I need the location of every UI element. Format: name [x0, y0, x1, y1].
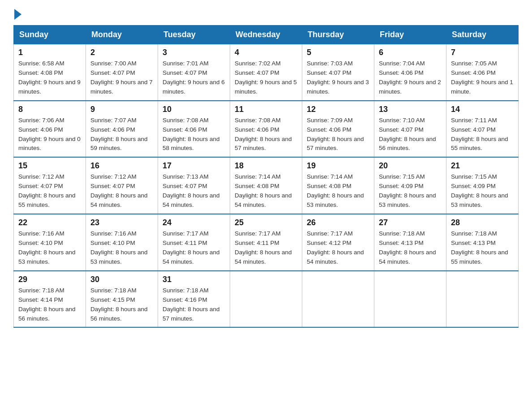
weekday-header-tuesday: Tuesday — [158, 26, 230, 44]
day-number: 4 — [235, 48, 297, 57]
calendar-cell: 23 Sunrise: 7:16 AMSunset: 4:10 PMDaylig… — [86, 214, 158, 271]
calendar-cell: 17 Sunrise: 7:13 AMSunset: 4:07 PMDaylig… — [158, 157, 230, 214]
day-number: 21 — [451, 161, 514, 171]
calendar-cell: 22 Sunrise: 7:16 AMSunset: 4:10 PMDaylig… — [14, 214, 86, 271]
day-info: Sunrise: 7:12 AMSunset: 4:07 PMDaylight:… — [90, 173, 148, 208]
day-info: Sunrise: 7:14 AMSunset: 4:08 PMDaylight:… — [307, 173, 364, 208]
day-info: Sunrise: 6:58 AMSunset: 4:08 PMDaylight:… — [18, 60, 81, 95]
day-number: 10 — [163, 105, 225, 114]
day-info: Sunrise: 7:08 AMSunset: 4:06 PMDaylight:… — [235, 117, 292, 152]
day-number: 30 — [90, 275, 153, 284]
weekday-header-sunday: Sunday — [14, 26, 86, 44]
calendar-cell: 12 Sunrise: 7:09 AMSunset: 4:06 PMDaylig… — [302, 101, 374, 158]
day-info: Sunrise: 7:02 AMSunset: 4:07 PMDaylight:… — [235, 60, 297, 95]
day-info: Sunrise: 7:17 AMSunset: 4:11 PMDaylight:… — [163, 230, 220, 265]
day-number: 27 — [379, 218, 442, 227]
day-number: 25 — [235, 218, 297, 227]
calendar-week-row: 22 Sunrise: 7:16 AMSunset: 4:10 PMDaylig… — [14, 214, 519, 271]
calendar-cell: 24 Sunrise: 7:17 AMSunset: 4:11 PMDaylig… — [158, 214, 230, 271]
day-info: Sunrise: 7:18 AMSunset: 4:13 PMDaylight:… — [379, 230, 436, 265]
day-info: Sunrise: 7:00 AMSunset: 4:07 PMDaylight:… — [90, 60, 153, 95]
calendar-cell — [374, 271, 446, 328]
calendar-cell — [446, 271, 519, 328]
day-number: 14 — [451, 105, 514, 114]
calendar-cell: 25 Sunrise: 7:17 AMSunset: 4:11 PMDaylig… — [230, 214, 302, 271]
day-number: 7 — [451, 48, 514, 57]
day-info: Sunrise: 7:15 AMSunset: 4:09 PMDaylight:… — [379, 173, 436, 208]
calendar-cell: 11 Sunrise: 7:08 AMSunset: 4:06 PMDaylig… — [230, 101, 302, 158]
day-info: Sunrise: 7:17 AMSunset: 4:12 PMDaylight:… — [307, 230, 364, 265]
day-info: Sunrise: 7:07 AMSunset: 4:06 PMDaylight:… — [90, 117, 148, 152]
day-info: Sunrise: 7:04 AMSunset: 4:06 PMDaylight:… — [379, 60, 441, 95]
day-info: Sunrise: 7:14 AMSunset: 4:08 PMDaylight:… — [235, 173, 292, 208]
day-number: 2 — [90, 48, 153, 57]
calendar-cell: 31 Sunrise: 7:18 AMSunset: 4:16 PMDaylig… — [158, 271, 230, 328]
calendar-cell — [302, 271, 374, 328]
day-number: 1 — [18, 48, 81, 57]
calendar-cell — [230, 271, 302, 328]
day-number: 18 — [235, 161, 297, 171]
calendar-cell: 28 Sunrise: 7:18 AMSunset: 4:13 PMDaylig… — [446, 214, 519, 271]
calendar-cell: 4 Sunrise: 7:02 AMSunset: 4:07 PMDayligh… — [230, 44, 302, 101]
calendar-cell: 1 Sunrise: 6:58 AMSunset: 4:08 PMDayligh… — [14, 44, 86, 101]
calendar-cell: 19 Sunrise: 7:14 AMSunset: 4:08 PMDaylig… — [302, 157, 374, 214]
calendar-cell: 18 Sunrise: 7:14 AMSunset: 4:08 PMDaylig… — [230, 157, 302, 214]
day-number: 23 — [90, 218, 153, 227]
calendar-cell: 5 Sunrise: 7:03 AMSunset: 4:07 PMDayligh… — [302, 44, 374, 101]
calendar-cell: 14 Sunrise: 7:11 AMSunset: 4:07 PMDaylig… — [446, 101, 519, 158]
day-number: 12 — [307, 105, 369, 114]
calendar-week-row: 15 Sunrise: 7:12 AMSunset: 4:07 PMDaylig… — [14, 157, 519, 214]
day-number: 28 — [451, 218, 514, 227]
calendar-table: SundayMondayTuesdayWednesdayThursdayFrid… — [13, 25, 519, 328]
calendar-cell: 9 Sunrise: 7:07 AMSunset: 4:06 PMDayligh… — [86, 101, 158, 158]
weekday-header-saturday: Saturday — [446, 26, 519, 44]
day-number: 9 — [90, 105, 153, 114]
weekday-header-friday: Friday — [374, 26, 446, 44]
day-number: 29 — [18, 275, 81, 284]
calendar-cell: 26 Sunrise: 7:17 AMSunset: 4:12 PMDaylig… — [302, 214, 374, 271]
day-info: Sunrise: 7:18 AMSunset: 4:16 PMDaylight:… — [163, 287, 220, 322]
day-info: Sunrise: 7:16 AMSunset: 4:10 PMDaylight:… — [90, 230, 148, 265]
day-number: 5 — [307, 48, 369, 57]
day-info: Sunrise: 7:18 AMSunset: 4:14 PMDaylight:… — [18, 287, 76, 322]
day-number: 16 — [90, 161, 153, 171]
day-info: Sunrise: 7:16 AMSunset: 4:10 PMDaylight:… — [18, 230, 76, 265]
day-info: Sunrise: 7:18 AMSunset: 4:13 PMDaylight:… — [451, 230, 508, 265]
day-info: Sunrise: 7:18 AMSunset: 4:15 PMDaylight:… — [90, 287, 148, 322]
weekday-header-row: SundayMondayTuesdayWednesdayThursdayFrid… — [14, 26, 519, 44]
calendar-header: SundayMondayTuesdayWednesdayThursdayFrid… — [14, 26, 519, 44]
day-info: Sunrise: 7:01 AMSunset: 4:07 PMDaylight:… — [163, 60, 225, 95]
day-info: Sunrise: 7:15 AMSunset: 4:09 PMDaylight:… — [451, 173, 508, 208]
day-info: Sunrise: 7:05 AMSunset: 4:06 PMDaylight:… — [451, 60, 513, 95]
day-number: 3 — [163, 48, 225, 57]
day-info: Sunrise: 7:12 AMSunset: 4:07 PMDaylight:… — [18, 173, 76, 208]
day-number: 26 — [307, 218, 369, 227]
weekday-header-wednesday: Wednesday — [230, 26, 302, 44]
day-info: Sunrise: 7:10 AMSunset: 4:07 PMDaylight:… — [379, 117, 436, 152]
calendar-cell: 6 Sunrise: 7:04 AMSunset: 4:06 PMDayligh… — [374, 44, 446, 101]
day-number: 20 — [379, 161, 442, 171]
day-number: 15 — [18, 161, 81, 171]
weekday-header-thursday: Thursday — [302, 26, 374, 44]
day-number: 24 — [163, 218, 225, 227]
page-header — [13, 9, 519, 21]
day-info: Sunrise: 7:11 AMSunset: 4:07 PMDaylight:… — [451, 117, 508, 152]
weekday-header-monday: Monday — [86, 26, 158, 44]
calendar-cell: 30 Sunrise: 7:18 AMSunset: 4:15 PMDaylig… — [86, 271, 158, 328]
day-info: Sunrise: 7:08 AMSunset: 4:06 PMDaylight:… — [163, 117, 220, 152]
day-number: 19 — [307, 161, 369, 171]
day-number: 8 — [18, 105, 81, 114]
day-number: 6 — [379, 48, 442, 57]
calendar-cell: 2 Sunrise: 7:00 AMSunset: 4:07 PMDayligh… — [86, 44, 158, 101]
day-number: 17 — [163, 161, 225, 171]
calendar-week-row: 29 Sunrise: 7:18 AMSunset: 4:14 PMDaylig… — [14, 271, 519, 328]
day-info: Sunrise: 7:17 AMSunset: 4:11 PMDaylight:… — [235, 230, 292, 265]
calendar-week-row: 8 Sunrise: 7:06 AMSunset: 4:06 PMDayligh… — [14, 101, 519, 158]
calendar-cell: 20 Sunrise: 7:15 AMSunset: 4:09 PMDaylig… — [374, 157, 446, 214]
day-number: 22 — [18, 218, 81, 227]
calendar-cell: 29 Sunrise: 7:18 AMSunset: 4:14 PMDaylig… — [14, 271, 86, 328]
calendar-body: 1 Sunrise: 6:58 AMSunset: 4:08 PMDayligh… — [14, 44, 519, 328]
calendar-cell: 10 Sunrise: 7:08 AMSunset: 4:06 PMDaylig… — [158, 101, 230, 158]
calendar-week-row: 1 Sunrise: 6:58 AMSunset: 4:08 PMDayligh… — [14, 44, 519, 101]
calendar-cell: 21 Sunrise: 7:15 AMSunset: 4:09 PMDaylig… — [446, 157, 519, 214]
